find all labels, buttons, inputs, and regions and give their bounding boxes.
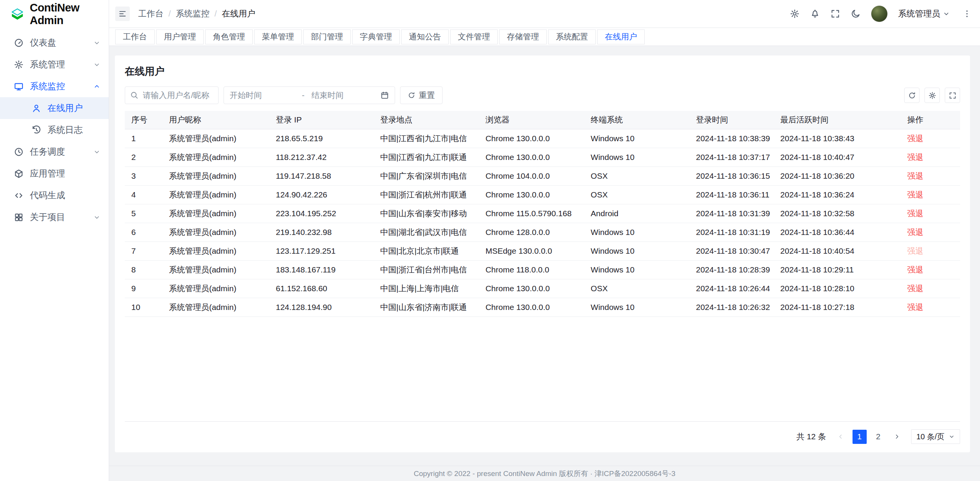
breadcrumb: 工作台/系统监控/在线用户 [138,8,255,20]
breadcrumb-item[interactable]: 在线用户 [222,8,255,20]
tab-5[interactable]: 部门管理 [303,29,351,44]
sidebar-item-monitor[interactable]: 系统监控 [0,75,109,97]
cell-action: 强退 [901,129,960,148]
cell-login_time: 2024-11-18 10:26:32 [689,298,774,316]
chevron-up-icon [93,83,100,90]
sidebar-item-label: 任务调度 [30,146,65,158]
column-header: 终端系统 [584,111,689,129]
table-settings-button[interactable] [924,88,940,103]
calendar-icon [381,91,389,99]
tab-11[interactable]: 在线用户 [597,29,645,44]
force-logout-link[interactable]: 强退 [907,265,923,274]
cell-no: 2 [125,148,162,166]
cell-last_active: 2024-11-18 10:38:43 [774,129,901,148]
tab-6[interactable]: 字典管理 [352,29,400,44]
breadcrumb-item[interactable]: 系统监控 [176,8,209,20]
force-logout-link[interactable]: 强退 [907,284,923,293]
cell-no: 3 [125,166,162,185]
sidebar-item-code[interactable]: 代码生成 [0,184,109,206]
reset-button[interactable]: 重置 [400,86,443,104]
pagination-page-2[interactable]: 2 [871,430,885,444]
force-logout-link[interactable]: 强退 [907,171,923,180]
cell-location: 中国|江西省|九江市|联通 [374,148,479,166]
sidebar-collapse-button[interactable] [115,7,130,21]
chevron-down-icon [93,39,100,46]
page-size-select[interactable]: 10 条/页 [911,429,960,444]
force-logout-link[interactable]: 强退 [907,228,923,236]
pagination: 共 12 条 12 10 条/页 [125,429,960,444]
cell-os: Windows 10 [584,129,689,148]
tab-1[interactable]: 工作台 [115,29,155,44]
table-row: 7系统管理员(admin)123.117.129.251中国|北京|北京市|联通… [125,241,960,260]
force-logout-link[interactable]: 强退 [907,153,923,161]
force-logout-link[interactable]: 强退 [907,303,923,311]
cell-browser: Chrome 130.0.0.0 [479,298,584,316]
dashboard-icon [14,38,24,48]
sidebar-subitem-history[interactable]: 系统日志 [0,119,109,141]
toolbar: 开始时间 - 结束时间 重置 [125,86,960,104]
cell-no: 7 [125,241,162,260]
more-icon[interactable] [962,9,972,18]
refresh-icon [408,91,415,99]
force-logout-link[interactable]: 强退 [907,190,923,199]
cell-browser: Chrome 130.0.0.0 [479,279,584,298]
tab-10[interactable]: 系统配置 [548,29,596,44]
settings-icon[interactable] [790,9,800,19]
cell-location: 中国|山东省|泰安市|移动 [374,204,479,223]
breadcrumb-item[interactable]: 工作台 [138,8,163,20]
cell-os: Windows 10 [584,241,689,260]
tab-3[interactable]: 角色管理 [205,29,253,44]
pagination-next-button[interactable] [890,430,904,444]
force-logout-link[interactable]: 强退 [907,134,923,143]
cell-os: Android [584,204,689,223]
cell-login_time: 2024-11-18 10:37:17 [689,148,774,166]
table-refresh-button[interactable] [904,88,920,103]
sidebar-item-clock[interactable]: 任务调度 [0,141,109,163]
cell-login_time: 2024-11-18 10:26:44 [689,279,774,298]
tab-2[interactable]: 用户管理 [156,29,204,44]
sidebar-item-label: 系统监控 [30,80,65,92]
cell-action: 强退 [901,279,960,298]
header-actions: 系统管理员 [790,5,972,22]
breadcrumb-separator: / [168,9,171,19]
date-range-picker[interactable]: 开始时间 - 结束时间 [224,86,395,104]
search-input[interactable] [125,86,219,104]
sidebar-item-label: 在线用户 [47,102,83,114]
cell-no: 5 [125,204,162,223]
table-row: 2系统管理员(admin)118.212.37.42中国|江西省|九江市|联通C… [125,148,960,166]
logo-icon [10,6,25,22]
avatar[interactable] [871,5,888,22]
sidebar-item-app[interactable]: 应用管理 [0,163,109,184]
tab-9[interactable]: 存储管理 [499,29,547,44]
pagination-prev-button[interactable] [834,430,848,444]
sidebar-item-grid[interactable]: 关于项目 [0,206,109,228]
column-header: 最后活跃时间 [774,111,901,129]
table-row: 6系统管理员(admin)219.140.232.98中国|湖北省|武汉市|电信… [125,223,960,241]
fullscreen-icon[interactable] [830,9,840,19]
moon-icon[interactable] [851,9,861,19]
bell-icon[interactable] [810,9,820,19]
table-fullscreen-button[interactable] [945,88,960,103]
sidebar-item-gear[interactable]: 系统管理 [0,54,109,75]
online-users-card: 在线用户 开始时间 - 结束时间 重置 [115,55,970,452]
sidebar-item-dashboard[interactable]: 仪表盘 [0,32,109,54]
cell-browser: MSEdge 130.0.0.0 [479,241,584,260]
tab-7[interactable]: 通知公告 [401,29,449,44]
tab-8[interactable]: 文件管理 [450,29,498,44]
cell-login_time: 2024-11-18 10:38:39 [689,129,774,148]
chevron-down-icon [93,148,100,155]
cell-location: 中国|北京|北京市|联通 [374,241,479,260]
sidebar-subitem-user[interactable]: 在线用户 [0,97,109,119]
chevron-down-icon [93,214,100,221]
sidebar-item-label: 系统日志 [47,124,83,136]
user-menu[interactable]: 系统管理员 [898,8,950,20]
tab-4[interactable]: 菜单管理 [254,29,302,44]
app-icon [14,169,24,179]
pagination-page-1[interactable]: 1 [853,430,867,444]
monitor-icon [14,82,24,91]
cell-ip: 124.90.42.226 [269,185,374,204]
sidebar-item-label: 关于项目 [30,211,65,223]
cell-nickname: 系统管理员(admin) [162,148,269,166]
force-logout-link[interactable]: 强退 [907,209,923,218]
app-logo[interactable]: ContiNew Admin [0,0,109,28]
